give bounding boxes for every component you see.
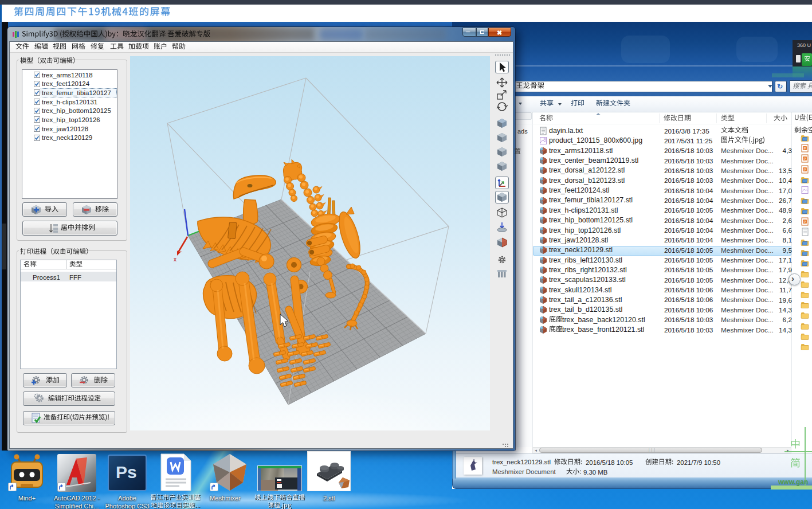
svg-text:P: P: [804, 157, 806, 160]
svg-text:P: P: [804, 147, 806, 150]
svg-text:P: P: [804, 168, 806, 171]
svg-text:x: x: [174, 256, 176, 263]
svg-text:P: P: [804, 220, 806, 224]
